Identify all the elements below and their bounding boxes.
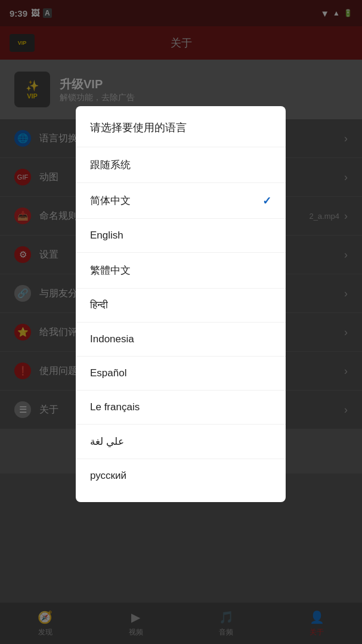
lang-label-russian: русский (90, 470, 126, 482)
lang-option-arabic[interactable]: علي لغة (76, 424, 286, 459)
lang-label-system: 跟随系统 (90, 158, 131, 172)
lang-option-french[interactable]: Le français (76, 390, 286, 424)
lang-label-arabic: علي لغة (90, 435, 124, 448)
lang-label-english: English (90, 230, 123, 242)
lang-option-indonesia[interactable]: Indonesia (76, 322, 286, 356)
lang-option-spanish[interactable]: Español (76, 356, 286, 390)
lang-option-english[interactable]: English (76, 218, 286, 252)
lang-label-traditional: 繁體中文 (90, 264, 131, 277)
lang-option-traditional[interactable]: 繁體中文 (76, 252, 286, 288)
dialog-title: 请选择要使用的语言 (76, 120, 286, 147)
check-simplified: ✓ (262, 194, 271, 208)
lang-option-russian[interactable]: русский (76, 459, 286, 493)
language-dialog: 请选择要使用的语言 跟随系统 简体中文 ✓ English 繁體中文 हिन्द… (76, 106, 286, 502)
lang-option-system[interactable]: 跟随系统 (76, 147, 286, 182)
lang-label-indonesia: Indonesia (90, 333, 134, 345)
lang-option-hindi[interactable]: हिन्दी (76, 288, 286, 322)
lang-label-simplified: 简体中文 (90, 194, 131, 208)
lang-label-hindi: हिन्दी (90, 299, 108, 311)
lang-option-simplified[interactable]: 简体中文 ✓ (76, 182, 286, 218)
lang-label-spanish: Español (90, 367, 126, 379)
lang-label-french: Le français (90, 401, 140, 413)
